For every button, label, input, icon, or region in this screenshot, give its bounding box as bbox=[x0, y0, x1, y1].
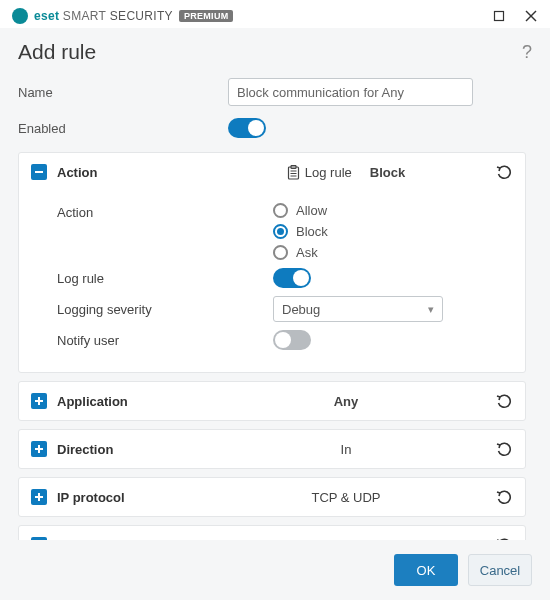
action-summary-value: Block bbox=[370, 165, 405, 180]
cards-scroll[interactable]: Action Log rule Block bbox=[18, 152, 532, 540]
ip-protocol-reset-button[interactable] bbox=[495, 488, 513, 506]
action-card-body: Action Allow Block bbox=[19, 191, 525, 372]
local-host-card: Local host Any bbox=[18, 525, 526, 540]
brand-smart: SMART bbox=[63, 9, 106, 23]
maximize-button[interactable] bbox=[492, 9, 506, 23]
radio-icon bbox=[273, 203, 288, 218]
plus-icon bbox=[34, 444, 44, 454]
plus-icon bbox=[34, 396, 44, 406]
notify-row: Notify user bbox=[57, 330, 513, 350]
direction-reset-button[interactable] bbox=[495, 440, 513, 458]
undo-icon bbox=[496, 489, 512, 505]
footer: OK Cancel bbox=[0, 540, 550, 600]
radio-ask-label: Ask bbox=[296, 245, 318, 260]
expand-ip-protocol-button[interactable] bbox=[31, 489, 47, 505]
direction-title: Direction bbox=[57, 442, 197, 457]
direction-value: In bbox=[341, 442, 352, 457]
brand-eset: eset bbox=[34, 9, 59, 23]
notify-toggle[interactable] bbox=[273, 330, 311, 350]
expand-direction-button[interactable] bbox=[31, 441, 47, 457]
action-card-title: Action bbox=[57, 165, 197, 180]
minus-icon bbox=[34, 167, 44, 177]
severity-label: Logging severity bbox=[57, 302, 273, 317]
chevron-down-icon: ▾ bbox=[428, 303, 434, 316]
local-host-card-header: Local host Any bbox=[19, 526, 525, 540]
page-title: Add rule bbox=[18, 40, 96, 64]
severity-value: Debug bbox=[282, 302, 320, 317]
application-card-header: Application Any bbox=[19, 382, 525, 420]
action-card: Action Log rule Block bbox=[18, 152, 526, 373]
radio-allow[interactable]: Allow bbox=[273, 203, 328, 218]
titlebar: eset SMART SECURITY PREMIUM bbox=[0, 0, 550, 28]
svg-rect-0 bbox=[495, 12, 504, 21]
severity-select[interactable]: Debug ▾ bbox=[273, 296, 443, 322]
brand: eset SMART SECURITY PREMIUM bbox=[12, 8, 233, 24]
application-summary: Any bbox=[207, 394, 485, 409]
undo-icon bbox=[496, 164, 512, 180]
radio-ask[interactable]: Ask bbox=[273, 245, 328, 260]
header: Add rule ? bbox=[18, 40, 532, 64]
ok-button[interactable]: OK bbox=[394, 554, 458, 586]
ip-protocol-value: TCP & UDP bbox=[311, 490, 380, 505]
log-rule-label: Log rule bbox=[57, 271, 273, 286]
action-radio-group: Allow Block Ask bbox=[273, 203, 328, 260]
close-button[interactable] bbox=[524, 9, 538, 23]
notify-label: Notify user bbox=[57, 333, 273, 348]
name-input[interactable] bbox=[228, 78, 473, 106]
ip-protocol-card: IP protocol TCP & UDP bbox=[18, 477, 526, 517]
application-reset-button[interactable] bbox=[495, 392, 513, 410]
name-label: Name bbox=[18, 85, 228, 100]
undo-icon bbox=[496, 441, 512, 457]
add-rule-dialog: eset SMART SECURITY PREMIUM Add rule ? N… bbox=[0, 0, 550, 600]
ip-protocol-card-header: IP protocol TCP & UDP bbox=[19, 478, 525, 516]
premium-badge: PREMIUM bbox=[179, 10, 234, 22]
direction-card-header: Direction In bbox=[19, 430, 525, 468]
action-card-header: Action Log rule Block bbox=[19, 153, 525, 191]
action-option-row: Action Allow Block bbox=[57, 203, 513, 260]
window-buttons bbox=[492, 9, 538, 23]
plus-icon bbox=[34, 492, 44, 502]
action-summary-log: Log rule bbox=[305, 165, 352, 180]
radio-icon bbox=[273, 245, 288, 260]
enabled-row: Enabled bbox=[18, 118, 532, 138]
radio-block-label: Block bbox=[296, 224, 328, 239]
cancel-button[interactable]: Cancel bbox=[468, 554, 532, 586]
undo-icon bbox=[496, 393, 512, 409]
log-rule-row: Log rule bbox=[57, 268, 513, 288]
ip-protocol-summary: TCP & UDP bbox=[207, 490, 485, 505]
name-row: Name bbox=[18, 78, 532, 106]
expand-application-button[interactable] bbox=[31, 393, 47, 409]
application-value: Any bbox=[334, 394, 359, 409]
enabled-toggle[interactable] bbox=[228, 118, 266, 138]
radio-block[interactable]: Block bbox=[273, 224, 328, 239]
clipboard-icon bbox=[287, 165, 301, 179]
close-icon bbox=[525, 10, 537, 22]
eset-logo-icon bbox=[12, 8, 28, 24]
application-card: Application Any bbox=[18, 381, 526, 421]
direction-summary: In bbox=[207, 442, 485, 457]
square-icon bbox=[493, 10, 505, 22]
content: Add rule ? Name Enabled Action bbox=[0, 28, 550, 540]
brand-security: SECURITY bbox=[110, 9, 173, 23]
action-label: Action bbox=[57, 203, 273, 220]
brand-text: eset SMART SECURITY bbox=[34, 9, 173, 23]
action-card-summary: Log rule Block bbox=[207, 165, 485, 180]
enabled-label: Enabled bbox=[18, 121, 228, 136]
ip-protocol-title: IP protocol bbox=[57, 490, 197, 505]
collapse-action-button[interactable] bbox=[31, 164, 47, 180]
help-button[interactable]: ? bbox=[522, 42, 532, 63]
radio-allow-label: Allow bbox=[296, 203, 327, 218]
application-title: Application bbox=[57, 394, 197, 409]
log-rule-toggle[interactable] bbox=[273, 268, 311, 288]
action-reset-button[interactable] bbox=[495, 163, 513, 181]
radio-icon bbox=[273, 224, 288, 239]
severity-row: Logging severity Debug ▾ bbox=[57, 296, 513, 322]
direction-card: Direction In bbox=[18, 429, 526, 469]
